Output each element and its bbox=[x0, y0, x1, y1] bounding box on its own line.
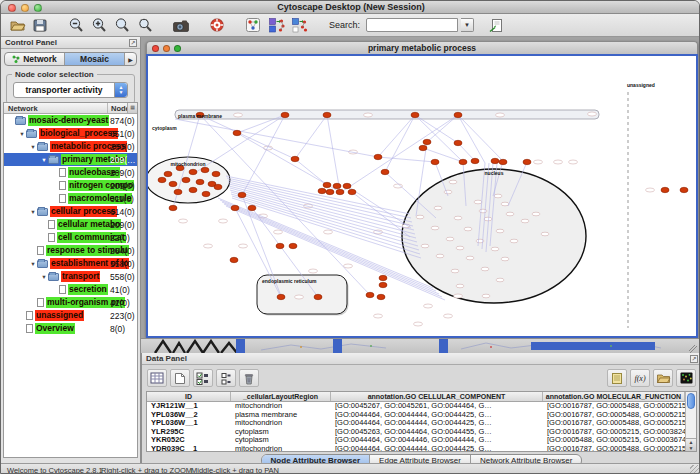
tab-network[interactable]: Network bbox=[5, 53, 65, 65]
zoom-in-icon[interactable] bbox=[89, 16, 109, 35]
tree-row[interactable]: cell communicat22(0) bbox=[4, 231, 137, 244]
network-node[interactable] bbox=[374, 154, 382, 159]
network-node[interactable] bbox=[233, 130, 241, 135]
network-node[interactable] bbox=[230, 257, 238, 262]
tree-column-options-icon[interactable]: ▦ bbox=[127, 103, 137, 113]
tree-row[interactable]: nucleobase-209(0) bbox=[4, 166, 137, 179]
tree-row[interactable]: unassigned223(0) bbox=[4, 309, 137, 322]
network-node[interactable] bbox=[248, 205, 256, 210]
disclosure-triangle[interactable]: ▼ bbox=[29, 261, 37, 267]
table-row[interactable]: YJR121W__1mitochondrion[GO:0045267, GO:0… bbox=[147, 402, 685, 411]
tree-row[interactable]: macromolecule311(0) bbox=[4, 192, 137, 205]
snapshot-icon[interactable] bbox=[171, 16, 191, 35]
network-node[interactable] bbox=[454, 112, 462, 117]
tree-row[interactable]: nitrogen compo209(0) bbox=[4, 179, 137, 192]
network-node[interactable] bbox=[164, 171, 172, 176]
delete-attribute-icon[interactable] bbox=[239, 369, 259, 387]
network-node[interactable] bbox=[196, 179, 204, 184]
import-attributes-icon[interactable] bbox=[653, 369, 673, 387]
network-node[interactable] bbox=[169, 205, 177, 210]
network-node[interactable] bbox=[318, 188, 326, 193]
layout-xy-icon[interactable] bbox=[266, 16, 286, 35]
network-canvas-svg[interactable]: plasma membrane cytoplasm mitochondrion … bbox=[148, 56, 696, 336]
table-row[interactable]: YDR039C__1mitochondrion[GO:0044464, GO:0… bbox=[147, 445, 685, 452]
float-panel-icon[interactable]: ↗ bbox=[690, 355, 698, 363]
attribute-table-icon[interactable] bbox=[147, 369, 167, 387]
network-node[interactable] bbox=[348, 189, 356, 194]
save-icon[interactable] bbox=[30, 16, 50, 35]
network-node[interactable] bbox=[314, 294, 322, 299]
network-node[interactable] bbox=[323, 112, 331, 117]
network-node[interactable] bbox=[366, 292, 374, 297]
tree-row[interactable]: ▼cellular process614(0) bbox=[4, 205, 137, 218]
network-node[interactable] bbox=[377, 294, 385, 299]
network-node[interactable] bbox=[343, 183, 351, 188]
network-node[interactable] bbox=[379, 282, 387, 287]
scrollbar-arrows[interactable]: ▲▼ bbox=[686, 438, 696, 451]
network-node[interactable] bbox=[231, 205, 239, 210]
annotation-icon[interactable] bbox=[486, 16, 506, 35]
network-node[interactable] bbox=[419, 145, 427, 150]
network-node[interactable] bbox=[189, 169, 197, 174]
table-row[interactable]: YPL036W__2plasma membrane[GO:0044464, GO… bbox=[147, 411, 685, 420]
tree-row[interactable]: response to stimulu264(0) bbox=[4, 244, 137, 257]
zoom-out-icon[interactable] bbox=[66, 16, 86, 35]
disclosure-triangle[interactable]: ▼ bbox=[40, 157, 48, 163]
table-row[interactable]: YKR052Ccytoplasm[GO:0044464, GO:0044446,… bbox=[147, 436, 685, 445]
disclosure-triangle[interactable]: ▼ bbox=[18, 131, 26, 137]
network-node[interactable] bbox=[680, 187, 688, 192]
table-row[interactable]: YLR295Ccytoplasm[GO:0045263, GO:0044464,… bbox=[147, 428, 685, 437]
network-node[interactable] bbox=[189, 187, 197, 192]
column-header-id[interactable]: ID bbox=[147, 392, 231, 401]
network-node[interactable] bbox=[277, 294, 285, 299]
window-resize-grip[interactable] bbox=[690, 465, 700, 474]
tree-row[interactable]: ▼establishment of lo558(0) bbox=[4, 257, 137, 270]
tree-row[interactable]: ▼biological_process651(0) bbox=[4, 127, 137, 140]
network-node[interactable] bbox=[336, 189, 344, 194]
network-node[interactable] bbox=[323, 182, 331, 187]
zoom-fit-icon[interactable] bbox=[112, 16, 132, 35]
network-node[interactable] bbox=[499, 159, 507, 164]
network-node[interactable] bbox=[281, 112, 289, 117]
tree-row[interactable]: cellular metabo209(0) bbox=[4, 218, 137, 231]
network-node[interactable] bbox=[169, 181, 177, 186]
network-node[interactable] bbox=[454, 140, 462, 145]
table-scrollbar[interactable]: ▲▼ bbox=[685, 392, 696, 451]
network-node[interactable] bbox=[381, 169, 389, 174]
column-header-cellular-component[interactable]: annotation.GO CELLULAR_COMPONENT bbox=[331, 392, 543, 401]
vizmapper-icon[interactable] bbox=[243, 16, 263, 35]
select-attributes-icon[interactable] bbox=[193, 369, 213, 387]
tree-row[interactable]: multi-organism pro42(0) bbox=[4, 296, 137, 309]
network-view-window[interactable]: primary metabolic process bbox=[146, 41, 698, 338]
tree-row[interactable]: Overview8(0) bbox=[4, 322, 137, 335]
network-node[interactable] bbox=[291, 156, 299, 161]
nucleus-region[interactable] bbox=[402, 169, 586, 303]
network-node[interactable] bbox=[182, 177, 190, 182]
network-node[interactable] bbox=[158, 177, 166, 182]
tree-row[interactable]: secretion41(0) bbox=[4, 283, 137, 296]
tree-col-network[interactable]: Network bbox=[4, 103, 108, 113]
network-node[interactable] bbox=[289, 243, 297, 248]
network-node[interactable] bbox=[459, 159, 467, 164]
network-node[interactable] bbox=[326, 189, 334, 194]
help-icon[interactable] bbox=[207, 16, 227, 35]
network-node[interactable] bbox=[423, 139, 431, 144]
disclosure-triangle[interactable]: ▼ bbox=[29, 144, 37, 150]
zoom-selected-region-icon[interactable] bbox=[135, 16, 155, 35]
table-row[interactable]: YPL036W__1mitochondrion[GO:0044464, GO:0… bbox=[147, 419, 685, 428]
more-tabs-arrow[interactable]: ▶ bbox=[125, 53, 136, 65]
function-builder-icon[interactable]: f(x) bbox=[630, 369, 650, 387]
network-node[interactable] bbox=[214, 184, 222, 189]
tree-row[interactable]: mosaic-demo-yeast874(0) bbox=[4, 114, 137, 127]
tree-row[interactable]: ▼metabolic process280(0) bbox=[4, 140, 137, 153]
column-header-molecular-function[interactable]: annotation.GO MOLECULAR_FUNCTION bbox=[543, 392, 685, 401]
background-windows-strip[interactable] bbox=[141, 338, 700, 353]
network-node[interactable] bbox=[201, 167, 209, 172]
scrollbar-thumb[interactable] bbox=[687, 393, 695, 409]
network-node[interactable] bbox=[238, 192, 246, 197]
network-node[interactable] bbox=[491, 158, 499, 163]
network-node[interactable] bbox=[276, 243, 284, 248]
network-node[interactable] bbox=[333, 183, 341, 188]
matrix-view-icon[interactable] bbox=[676, 369, 696, 387]
search-input[interactable] bbox=[366, 18, 458, 32]
